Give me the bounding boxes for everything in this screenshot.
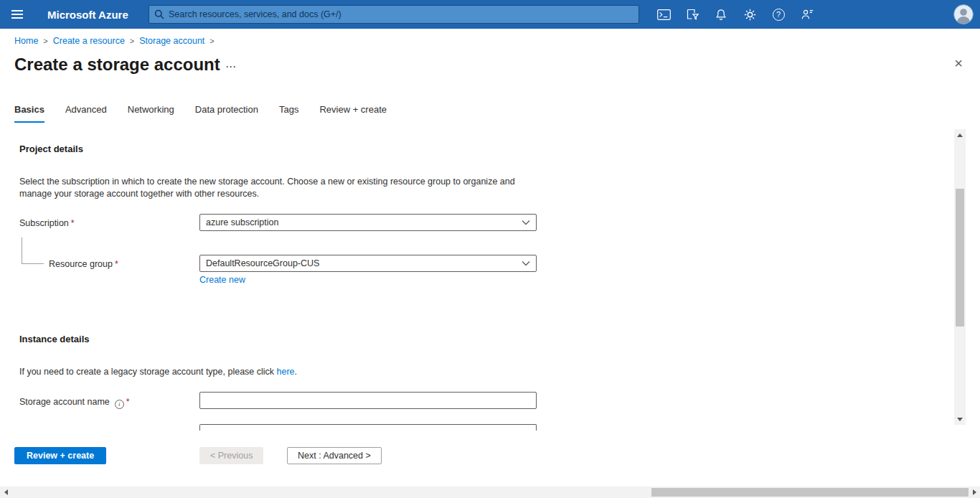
previous-button[interactable]: < Previous: [199, 447, 263, 464]
breadcrumb-separator: >: [209, 37, 214, 45]
legacy-here-link[interactable]: here: [277, 367, 295, 377]
tab-tags[interactable]: Tags: [279, 104, 298, 123]
tab-basics[interactable]: Basics: [14, 104, 44, 123]
resource-group-value: DefaultResourceGroup-CUS: [206, 258, 319, 268]
triangle-up-icon: [957, 133, 963, 137]
avatar[interactable]: [953, 4, 974, 25]
chevron-down-icon: [522, 260, 530, 266]
more-menu-button[interactable]: ⋯: [225, 60, 237, 73]
cloud-shell-icon: [657, 9, 671, 20]
breadcrumb-home[interactable]: Home: [14, 36, 38, 46]
directories-filter-button[interactable]: [678, 0, 707, 29]
scroll-up-button[interactable]: [954, 129, 966, 141]
scroll-left-button[interactable]: [0, 487, 11, 498]
tab-advanced[interactable]: Advanced: [65, 104, 107, 123]
resource-group-tree-connector: [22, 238, 44, 264]
breadcrumb-separator: >: [43, 37, 47, 45]
bell-icon: [715, 9, 727, 21]
topbar-actions: ?: [649, 0, 821, 29]
subscription-dropdown[interactable]: azure subscription: [199, 214, 537, 231]
content-vertical-scrollbar[interactable]: [954, 129, 966, 425]
scroll-down-button[interactable]: [954, 413, 966, 425]
feedback-icon: [801, 9, 814, 20]
resource-group-label: Resource group*: [49, 259, 118, 269]
resource-group-dropdown[interactable]: DefaultResourceGroup-CUS: [199, 255, 537, 272]
notifications-button[interactable]: [707, 0, 735, 29]
required-marker: *: [115, 259, 118, 269]
search-input[interactable]: [169, 9, 633, 19]
project-details-description: Select the subscription in which to crea…: [19, 176, 539, 200]
search-icon: [154, 9, 164, 19]
required-marker: *: [71, 218, 75, 228]
wizard-tabs: Basics Advanced Networking Data protecti…: [14, 104, 387, 123]
directory-filter-icon: [687, 9, 699, 20]
triangle-down-icon: [957, 418, 963, 421]
settings-button[interactable]: [735, 0, 764, 29]
hamburger-icon: [11, 10, 23, 11]
tab-networking[interactable]: Networking: [128, 104, 174, 123]
help-button[interactable]: ?: [764, 0, 793, 29]
close-button[interactable]: ×: [954, 56, 963, 70]
scroll-right-button[interactable]: [969, 487, 980, 498]
page-horizontal-scrollbar[interactable]: [0, 487, 980, 498]
storage-account-name-input[interactable]: [199, 392, 537, 409]
ellipsis-icon: ⋯: [225, 60, 237, 72]
next-field-partial[interactable]: [199, 424, 537, 431]
top-app-bar: Microsoft Azure: [0, 0, 980, 29]
global-search[interactable]: [149, 5, 639, 24]
horizontal-scrollbar-thumb[interactable]: [651, 488, 969, 497]
legacy-account-note: If you need to create a legacy storage a…: [19, 366, 297, 378]
breadcrumb: Home > Create a resource > Storage accou…: [14, 36, 215, 46]
triangle-right-icon: [973, 489, 976, 495]
cloud-shell-button[interactable]: [649, 0, 678, 29]
tab-review-create[interactable]: Review + create: [319, 104, 387, 123]
breadcrumb-separator: >: [130, 37, 134, 45]
subscription-value: azure subscription: [206, 217, 278, 227]
tab-data-protection[interactable]: Data protection: [195, 104, 258, 123]
create-new-resource-group-link[interactable]: Create new: [199, 275, 245, 285]
vertical-scrollbar-thumb[interactable]: [956, 189, 964, 326]
close-icon: ×: [954, 55, 963, 71]
info-icon[interactable]: i: [115, 400, 124, 409]
breadcrumb-storage-account[interactable]: Storage account: [139, 36, 204, 46]
required-marker: *: [126, 397, 130, 407]
subscription-label: Subscription*: [19, 218, 75, 228]
feedback-button[interactable]: [793, 0, 821, 29]
page-title: Create a storage account: [14, 55, 220, 75]
review-create-button[interactable]: Review + create: [14, 447, 106, 464]
triangle-left-icon: [4, 489, 8, 495]
wizard-footer: Review + create < Previous Next : Advanc…: [0, 432, 980, 487]
azure-brand[interactable]: Microsoft Azure: [47, 0, 128, 29]
instance-details-heading: Instance details: [19, 334, 90, 344]
help-icon: ?: [773, 9, 785, 21]
breadcrumb-create-a-resource[interactable]: Create a resource: [53, 36, 125, 46]
storage-account-name-label: Storage account namei*: [19, 397, 130, 409]
next-advanced-button[interactable]: Next : Advanced >: [287, 447, 382, 464]
hamburger-menu-button[interactable]: [0, 0, 34, 29]
gear-icon: [744, 9, 756, 21]
project-details-heading: Project details: [19, 144, 83, 154]
chevron-down-icon: [522, 220, 530, 225]
